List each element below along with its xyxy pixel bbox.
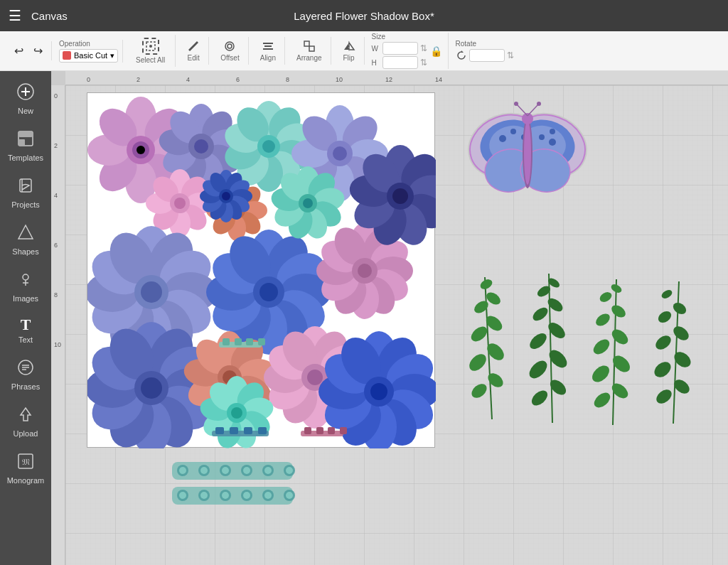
svg-point-295 — [545, 296, 565, 314]
sidebar-item-shapes[interactable]: Shapes — [0, 217, 51, 262]
svg-point-278 — [469, 381, 490, 401]
arrange-label: Arrange — [296, 54, 322, 62]
svg-point-288 — [529, 387, 550, 408]
ruler-vertical: 0 2 4 6 8 10 — [51, 85, 65, 565]
ruler-h-14: 14 — [435, 76, 442, 83]
svg-point-262 — [499, 135, 506, 142]
sidebar-item-images[interactable]: Images — [0, 264, 51, 308]
svg-point-279 — [486, 370, 506, 390]
ruler-h-0: 0 — [87, 76, 90, 83]
offset-button[interactable]: Offset — [216, 37, 244, 65]
svg-point-263 — [510, 129, 516, 134]
svg-rect-247 — [244, 427, 252, 434]
svg-point-338 — [222, 492, 229, 499]
edit-label: Edit — [188, 54, 200, 62]
lock-button[interactable]: 🔒 — [429, 44, 444, 58]
sidebar-item-projects[interactable]: Projects — [0, 171, 51, 215]
svg-point-306 — [609, 303, 628, 320]
arrange-button[interactable]: Arrange — [292, 37, 326, 65]
ruler-v-2: 2 — [54, 142, 58, 149]
sidebar-item-new[interactable]: New — [0, 77, 51, 121]
ruler-horizontal: 0 2 4 6 8 10 12 14 — [65, 71, 728, 85]
sidebar-text-label: Text — [18, 335, 33, 344]
menu-icon[interactable]: ☰ — [9, 7, 21, 24]
svg-rect-246 — [230, 427, 238, 434]
svg-line-287 — [549, 274, 552, 423]
stand-element-3 — [301, 427, 347, 436]
svg-rect-242 — [246, 338, 253, 345]
leaves-svg — [453, 249, 728, 434]
templates-icon — [16, 129, 35, 151]
ruler-v-0: 0 — [54, 92, 58, 99]
ruler-h-8: 8 — [286, 76, 289, 83]
flip-button[interactable]: Flip — [338, 37, 360, 65]
svg-point-281 — [484, 340, 508, 364]
design-canvas[interactable] — [87, 92, 435, 448]
svg-point-304 — [609, 327, 631, 348]
sidebar-item-phrases[interactable]: Phrases — [0, 353, 51, 397]
ruler-v-6: 6 — [54, 242, 58, 249]
select-all-button[interactable]: Select All — [130, 35, 171, 67]
svg-point-334 — [179, 492, 186, 499]
canvas-area[interactable]: 0 2 4 6 8 10 12 14 0 2 4 6 8 10 — [51, 71, 728, 565]
main-layout: New Templates Projects Shapes Images — [0, 71, 728, 565]
text-icon: T — [21, 317, 31, 333]
svg-point-317 — [671, 301, 688, 317]
svg-point-307 — [598, 290, 614, 303]
svg-rect-253 — [340, 427, 347, 434]
svg-point-152 — [358, 264, 372, 278]
flowers-svg — [87, 93, 436, 448]
svg-point-174 — [303, 198, 313, 208]
app-name: Canvas — [31, 10, 68, 22]
svg-point-315 — [671, 323, 692, 343]
flip-group: Flip — [334, 37, 365, 65]
size-w-input[interactable] — [382, 42, 418, 55]
sidebar-item-text[interactable]: T Text — [0, 311, 51, 350]
sidebar-item-upload[interactable]: Upload — [0, 399, 51, 443]
undo-button[interactable]: ↩ — [10, 41, 28, 60]
operation-chevron: ▾ — [110, 51, 114, 60]
svg-point-300 — [609, 381, 631, 402]
sidebar-upload-label: Upload — [14, 429, 38, 438]
align-button[interactable]: Align — [256, 37, 280, 65]
ruler-h-12: 12 — [385, 76, 392, 83]
monogram-icon: 𝔐 — [16, 452, 35, 473]
redo-button[interactable]: ↪ — [29, 41, 47, 60]
sidebar-item-monogram[interactable]: 𝔐 Monogram — [0, 446, 51, 490]
size-h-input[interactable] — [382, 56, 418, 69]
svg-point-2 — [225, 42, 234, 50]
operation-dropdown[interactable]: Basic Cut ▾ — [59, 49, 118, 63]
edit-button[interactable]: Edit — [183, 37, 204, 65]
svg-rect-243 — [258, 338, 265, 345]
select-all-label: Select All — [136, 56, 165, 64]
rotate-icon — [456, 50, 467, 61]
svg-point-291 — [546, 347, 570, 371]
svg-rect-251 — [316, 427, 323, 434]
sidebar-item-templates[interactable]: Templates — [0, 124, 51, 168]
svg-point-313 — [671, 349, 693, 371]
sidebar-monogram-label: Monogram — [7, 476, 45, 485]
undo-redo-group: ↩ ↪ — [6, 41, 52, 60]
svg-rect-250 — [304, 427, 311, 434]
operation-select-container: Operation Basic Cut ▾ — [59, 40, 118, 63]
svg-point-325 — [222, 467, 229, 474]
svg-point-76 — [333, 146, 347, 161]
ruler-v-10: 10 — [54, 341, 61, 348]
svg-point-336 — [200, 492, 208, 499]
svg-marker-12 — [461, 50, 464, 53]
images-icon — [16, 270, 35, 291]
butterfly-container — [464, 96, 592, 220]
svg-point-1 — [149, 45, 152, 48]
svg-point-327 — [243, 467, 250, 474]
sidebar-phrases-label: Phrases — [11, 382, 40, 391]
size-h-row: H ⇅ — [372, 56, 427, 69]
svg-point-138 — [259, 283, 278, 301]
rotate-input[interactable] — [469, 49, 505, 62]
svg-point-294 — [530, 305, 550, 323]
size-w-label: W — [372, 45, 380, 53]
phrases-icon — [16, 358, 35, 380]
size-w-row: W ⇅ — [372, 42, 427, 55]
rotate-group: Rotate ⇅ — [451, 40, 518, 62]
rotate-inputs: Rotate ⇅ — [456, 40, 514, 62]
svg-point-188 — [141, 377, 162, 399]
